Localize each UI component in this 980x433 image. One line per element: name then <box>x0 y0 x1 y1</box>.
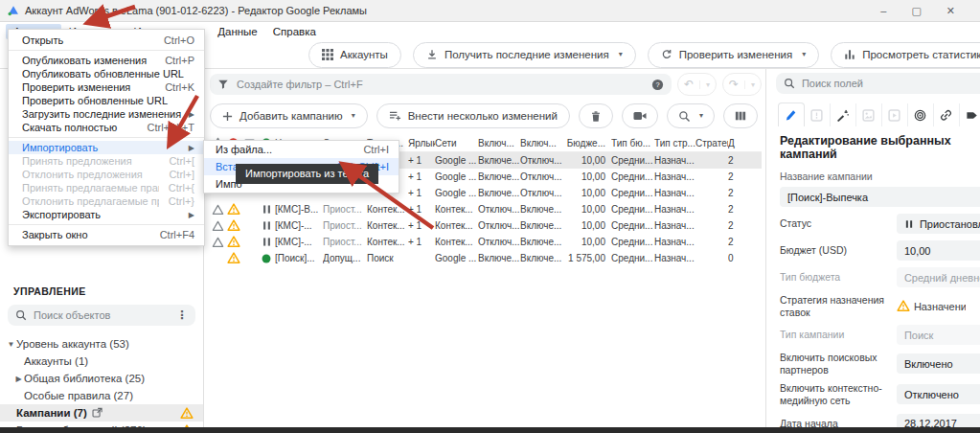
cell-budget: 10,00 <box>563 188 611 198</box>
cell-type: Поиск <box>367 253 408 263</box>
sidebar-item-2[interactable]: ▶Общая библиотека (25) <box>0 370 203 387</box>
menu-item-4[interactable]: Проверить измененияCtrl+K <box>9 80 204 94</box>
field-control: 10,00 <box>897 240 980 261</box>
toolbar-button-3[interactable]: Просмотреть статистику▾ <box>831 42 980 68</box>
table-row[interactable]: [КМС]-В...Приост...Контек...+ 1Контек...… <box>210 201 762 217</box>
column-header-9[interactable]: Тип стр... <box>654 138 695 148</box>
field-control: Назначение цены за кл... <box>897 300 980 312</box>
warning-icon <box>227 252 240 264</box>
cell-display_included: Отключ... <box>520 188 563 198</box>
field-dropdown[interactable]: Включено▾ <box>897 353 980 374</box>
video-camera-icon <box>633 110 647 122</box>
field-input[interactable]: 10,00 <box>897 240 980 261</box>
cell-networks: Контек... <box>435 237 478 247</box>
field-value: Назначение цены за кл... <box>914 301 966 312</box>
find-replace-button[interactable]: ▾ <box>667 103 715 128</box>
redo-dropdown-icon[interactable]: ▾ <box>744 80 761 89</box>
undo-button-group[interactable]: ↶▾ <box>677 73 717 96</box>
redo-button-group[interactable]: ↷▾ <box>722 73 762 96</box>
field-label: Стратегия назначения ставок <box>780 294 897 318</box>
find-replace-dropdown-icon[interactable]: ▾ <box>699 112 703 120</box>
menubar-item-справка[interactable]: Справка <box>265 24 324 39</box>
expand-right-icon: ▶ <box>13 375 24 383</box>
select-icon <box>212 220 224 232</box>
submenu-item-0[interactable]: Из файла...Ctrl+I <box>204 141 399 158</box>
bulk-edit-button[interactable]: Внести несколько изменений <box>376 103 570 128</box>
sidebar-item-3[interactable]: Особые правила (27) <box>0 387 203 404</box>
menu-item-3[interactable]: Опубликовать обновленные URL <box>9 67 204 80</box>
undo-icon[interactable]: ↶ <box>678 78 699 91</box>
minimize-button[interactable]: – <box>880 5 886 17</box>
column-header-7[interactable]: Бюдже... <box>563 138 611 148</box>
field-dropdown[interactable]: Отключено▾ <box>897 384 980 404</box>
more-options-icon[interactable]: ⋮ <box>176 308 188 322</box>
object-search-input[interactable]: Поиск объектов ⋮ <box>8 305 195 326</box>
columns-button[interactable] <box>723 103 758 128</box>
column-header-3[interactable]: Ярлыки <box>408 138 435 148</box>
close-button[interactable]: ✕ <box>946 5 955 17</box>
menu-item-label: Импортировать <box>22 142 187 153</box>
field-value: Приостановлено <box>920 218 980 230</box>
delete-button[interactable] <box>579 103 613 128</box>
cell-labels: + 1 <box>408 188 435 198</box>
dropdown-caret-icon[interactable]: ▾ <box>802 51 806 58</box>
add-campaign-button[interactable]: Добавить кампанию ▾ <box>210 103 368 128</box>
filter-input[interactable]: Создайте фильтр – Ctrl+F ? <box>210 74 672 95</box>
cell-strategy_type: Назнач... <box>654 171 695 182</box>
submenu-item-shortcut: Ctrl+I <box>363 144 389 155</box>
panel-tab-0[interactable] <box>778 103 805 126</box>
sidebar-item-4[interactable]: Кампании (7) <box>0 404 203 422</box>
add-campaign-dropdown-icon[interactable]: ▾ <box>352 112 355 120</box>
sidebar-item-1[interactable]: Аккаунты (1) <box>0 353 203 370</box>
cell-display_included: Отключ... <box>520 171 563 182</box>
column-header-5[interactable]: Включ... <box>478 138 520 148</box>
menu-item-0[interactable]: ОткрытьCtrl+O <box>9 34 204 47</box>
video-button[interactable] <box>622 103 658 128</box>
panel-tab-6[interactable] <box>934 103 960 126</box>
cell-labels: + 1 <box>408 237 435 247</box>
cell-budget_type: Средни... <box>611 155 654 166</box>
menu-item-7[interactable]: Скачать полностьюCtrl+Alt+T <box>9 121 204 134</box>
menu-item-shortcut: Ctrl+K <box>165 81 194 93</box>
field-dropdown[interactable]: Приостановлено▾ <box>897 214 980 234</box>
google-ads-logo-icon <box>8 5 19 16</box>
menubar-item-данные[interactable]: Данные <box>210 24 265 39</box>
help-icon[interactable]: ? <box>651 79 664 91</box>
panel-tab-4 <box>882 103 908 126</box>
toolbar-button-2[interactable]: Проверить изменения▾ <box>648 42 819 68</box>
maximize-button[interactable]: ▢ <box>911 5 921 17</box>
sidebar-item-label: Уровень аккаунта (53) <box>16 338 129 350</box>
cell-start: 2 <box>728 171 739 182</box>
row-icon-cell <box>225 219 241 232</box>
table-row[interactable]: [КМС]-...Приост...Контек...+ 1Контек...О… <box>210 217 762 234</box>
panel-tab-7[interactable] <box>960 103 980 126</box>
menu-item-16[interactable]: Закрыть окноCtrl+F4 <box>9 228 204 241</box>
menu-item-6[interactable]: Загрузить последние изменения▶ <box>9 107 204 121</box>
cell-search_included: Включе... <box>478 253 520 263</box>
column-header-10[interactable]: Стратег... <box>695 138 728 148</box>
menu-item-2[interactable]: Опубликовать измененияCtrl+P <box>9 54 204 67</box>
panel-tab-5[interactable] <box>908 103 934 126</box>
column-header-11[interactable]: Д <box>728 138 739 148</box>
sidebar-item-0[interactable]: ▼Уровень аккаунта (53) <box>0 335 203 353</box>
cell-search_included: Включе... <box>478 188 520 198</box>
table-row[interactable]: [КМС]-...Приост...Контек...+ 1Контек...О… <box>210 234 762 250</box>
table-row[interactable]: [Поиск]...Допущ...ПоискGoogle ...Включе.… <box>210 250 762 266</box>
column-header-8[interactable]: Тип бю... <box>611 138 654 148</box>
cell-budget_type: Средни... <box>611 253 654 263</box>
undo-dropdown-icon[interactable]: ▾ <box>699 80 716 89</box>
pause-icon <box>262 204 272 215</box>
column-header-6[interactable]: Включ... <box>520 138 563 148</box>
menu-item-9[interactable]: Импортировать▶ <box>9 141 204 154</box>
campaign-name-input[interactable]: [Поиск]-Выпечка 27 <box>780 187 980 207</box>
field-search-input[interactable]: Поиск полей ⋮ <box>776 73 980 94</box>
toolbar-button-1[interactable]: Получить последние изменения▾ <box>413 42 636 68</box>
toolbar-button-0[interactable]: Аккаунты <box>308 42 401 68</box>
menu-item-14[interactable]: Экспортировать▶ <box>9 208 204 221</box>
menu-item-5[interactable]: Проверить обновленные URL <box>9 94 204 107</box>
redo-icon[interactable]: ↷ <box>723 78 744 91</box>
panel-tab-2[interactable] <box>831 103 856 126</box>
column-header-4[interactable]: Сети <box>435 138 478 148</box>
dropdown-caret-icon[interactable]: ▾ <box>619 51 623 58</box>
toolbar-button-label: Аккаунты <box>340 49 388 60</box>
